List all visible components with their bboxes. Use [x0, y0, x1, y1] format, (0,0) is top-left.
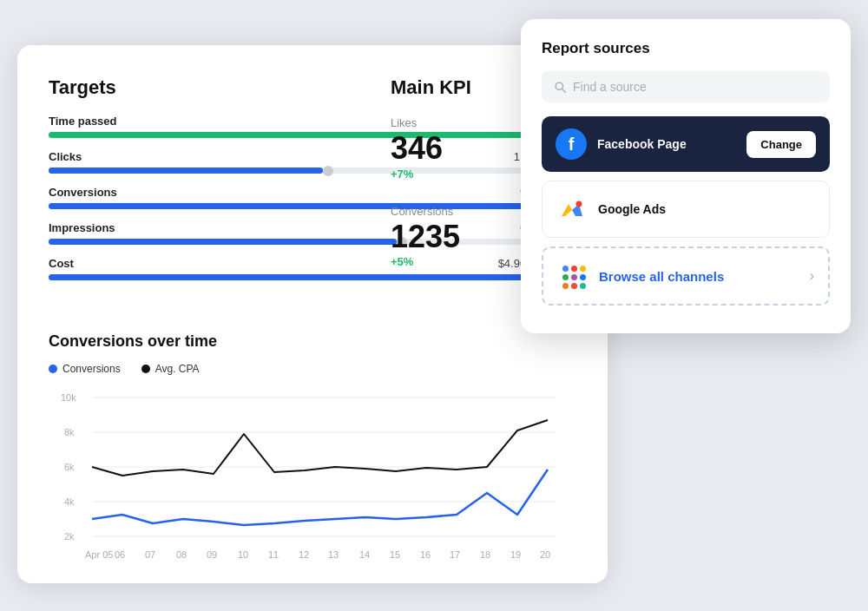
browse-all-channels-label: Browse all channels	[599, 269, 799, 284]
svg-text:14: 14	[359, 549, 370, 560]
progress-fill-clicks	[49, 168, 323, 174]
chart-svg: 10k 8k 6k 4k 2k Apr 05 06 07 08 09	[49, 389, 576, 562]
chart-legend: Conversions Avg. CPA	[49, 363, 576, 375]
legend-avgcpa: Avg. CPA	[141, 363, 200, 375]
google-ads-logo	[556, 194, 588, 225]
legend-dot-blue	[49, 365, 57, 373]
kpi-value-conversions: 1235	[391, 220, 503, 254]
chart-container: 10k 8k 6k 4k 2k Apr 05 06 07 08 09	[49, 389, 576, 562]
target-label-impressions: Impressions	[49, 221, 115, 234]
svg-text:16: 16	[420, 549, 431, 560]
kpi-value-likes: 346	[391, 131, 503, 166]
kpi-change-conversions: +5%	[391, 255, 503, 268]
facebook-source-name: Facebook Page	[597, 137, 736, 151]
chart-section: Conversions over time Conversions Avg. C…	[49, 332, 576, 562]
kpi-block-conversions: Conversions 1235 +5%	[391, 205, 503, 269]
search-icon	[554, 81, 566, 93]
kpi-change-likes: +7%	[391, 168, 503, 181]
svg-point-21	[556, 82, 562, 89]
target-label-conversions: Conversions	[49, 186, 117, 199]
legend-label-conversions: Conversions	[62, 363, 121, 375]
legend-conversions: Conversions	[49, 363, 121, 375]
google-ads-svg	[560, 197, 584, 221]
kpi-title: Main KPI	[391, 76, 503, 99]
kpi-block-likes: Likes 346 +7%	[391, 116, 503, 181]
svg-marker-23	[562, 204, 572, 216]
chevron-right-icon: ›	[810, 268, 814, 284]
main-card: Targets Time passed ✓ Clicks 1.037 / 200…	[17, 45, 608, 583]
target-label-time: Time passed	[49, 115, 117, 128]
y-label-6k: 6k	[64, 462, 75, 472]
progress-dot-clicks	[323, 166, 333, 176]
kpi-section: Main KPI Likes 346 +7% Conversions 1235 …	[391, 76, 503, 292]
search-placeholder: Find a source	[573, 80, 647, 94]
svg-point-25	[576, 201, 582, 207]
source-item-google-ads[interactable]: Google Ads	[542, 181, 830, 238]
report-panel: Report sources Find a source f Facebook …	[521, 19, 851, 333]
browse-dots-icon	[557, 260, 589, 292]
y-label-8k: 8k	[64, 427, 75, 437]
y-label-10k: 10k	[61, 392, 76, 403]
svg-text:18: 18	[480, 549, 490, 560]
svg-line-22	[562, 89, 566, 93]
svg-text:19: 19	[510, 549, 521, 560]
svg-text:11: 11	[268, 549, 279, 560]
legend-dot-black	[141, 365, 150, 373]
svg-text:15: 15	[390, 549, 400, 560]
svg-text:Apr 05: Apr 05	[85, 549, 113, 560]
change-button[interactable]: Change	[746, 131, 816, 158]
svg-text:07: 07	[145, 549, 155, 560]
svg-text:13: 13	[328, 549, 339, 560]
panel-title: Report sources	[542, 40, 830, 57]
progress-fill-impressions	[49, 239, 397, 245]
search-box[interactable]: Find a source	[542, 71, 830, 102]
facebook-logo: f	[556, 128, 587, 160]
svg-text:20: 20	[540, 549, 550, 560]
svg-text:10: 10	[238, 549, 248, 560]
svg-text:17: 17	[450, 549, 460, 560]
legend-label-avgcpa: Avg. CPA	[155, 363, 200, 375]
y-label-2k: 2k	[64, 531, 75, 542]
source-item-facebook[interactable]: f Facebook Page Change	[542, 116, 830, 172]
kpi-label-likes: Likes	[391, 116, 503, 129]
kpi-label-conversions: Conversions	[391, 205, 503, 218]
y-label-4k: 4k	[64, 496, 75, 507]
svg-text:08: 08	[176, 549, 187, 560]
google-ads-source-name: Google Ads	[598, 202, 815, 216]
browse-all-channels[interactable]: Browse all channels ›	[542, 246, 830, 306]
svg-text:12: 12	[299, 549, 309, 560]
chart-title: Conversions over time	[49, 332, 576, 351]
svg-text:09: 09	[207, 549, 217, 560]
target-label-cost: Cost	[49, 257, 74, 270]
target-label-clicks: Clicks	[49, 150, 82, 163]
conversions-line	[92, 470, 548, 525]
svg-text:06: 06	[115, 549, 125, 560]
